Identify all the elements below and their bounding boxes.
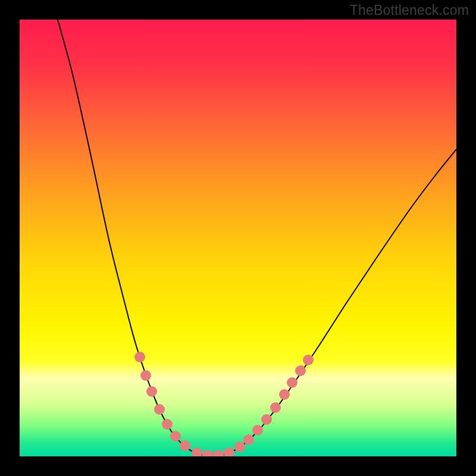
marker-dot — [170, 431, 181, 441]
marker-dot — [295, 365, 306, 376]
marker-dot — [162, 419, 173, 430]
marker-dot — [146, 386, 157, 397]
chart-svg — [20, 20, 456, 456]
watermark-text: TheBottleneck.com — [350, 2, 469, 18]
marker-dot — [140, 370, 151, 381]
marker-dot — [287, 377, 298, 388]
gradient-background — [20, 20, 456, 456]
chart-frame: TheBottleneck.com — [0, 0, 476, 476]
plot-area — [20, 20, 456, 456]
marker-dot — [154, 404, 165, 415]
marker-dot — [279, 389, 290, 400]
marker-dot — [270, 402, 281, 413]
marker-dot — [261, 414, 272, 425]
marker-dot — [234, 441, 245, 452]
marker-dot — [303, 355, 314, 365]
marker-dot — [252, 425, 263, 436]
marker-dot — [180, 440, 190, 451]
marker-dot — [134, 352, 145, 362]
marker-dot — [243, 434, 254, 445]
